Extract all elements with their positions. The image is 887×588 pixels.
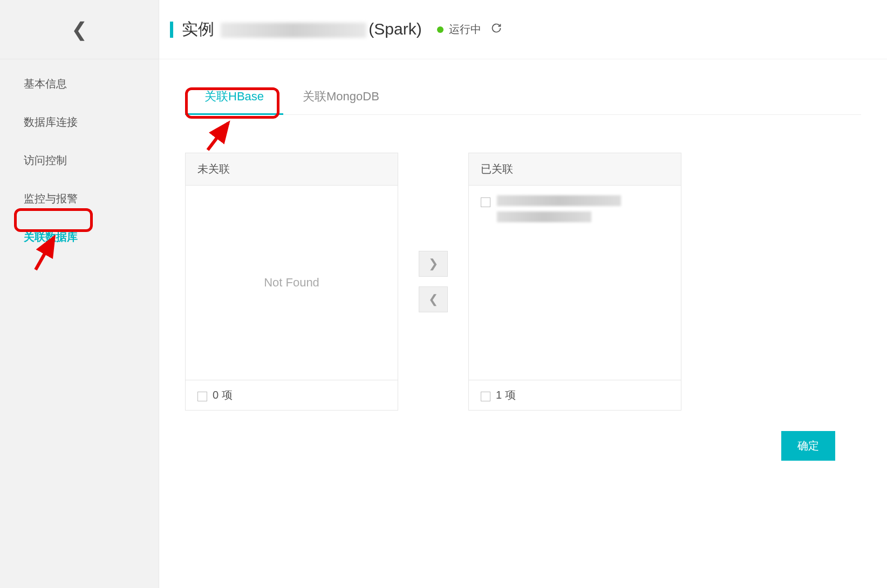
sidebar: ❮ 基本信息 数据库连接 访问控制 监控与报警 关联数据库 <box>0 0 159 588</box>
sidebar-item-monitoring[interactable]: 监控与报警 <box>0 180 159 218</box>
transfer-right-body <box>469 186 681 380</box>
sidebar-item-access-control[interactable]: 访问控制 <box>0 141 159 180</box>
page-title: 实例 (Spark) <box>182 18 422 40</box>
title-suffix: (Spark) <box>369 20 421 38</box>
page-body: 关联HBase 关联MongoDB 未关联 Not Found 0 项 <box>159 59 887 482</box>
redacted-line <box>497 195 621 206</box>
page-header: 实例 (Spark) 运行中 <box>159 0 887 59</box>
tab-hbase[interactable]: 关联HBase <box>185 81 283 114</box>
transfer-right-panel: 已关联 1 项 <box>468 153 681 411</box>
transfer-right-count: 1 项 <box>496 388 516 402</box>
transfer-move-left-button[interactable]: ❮ <box>419 286 448 312</box>
back-chevron-icon[interactable]: ❮ <box>71 18 87 41</box>
header-accent-bar <box>170 22 173 38</box>
transfer-ops: ❯ ❮ <box>398 251 468 312</box>
transfer-right-title: 已关联 <box>469 153 681 186</box>
transfer-empty-text: Not Found <box>264 276 319 290</box>
sidebar-item-db-connection[interactable]: 数据库连接 <box>0 103 159 141</box>
list-item[interactable] <box>481 195 621 228</box>
status-badge: 运行中 <box>437 22 481 37</box>
status-text: 运行中 <box>449 22 481 37</box>
redacted-instance-id <box>221 23 366 38</box>
transfer-right-footer: 1 项 <box>469 380 681 410</box>
transfer-left-count: 0 项 <box>213 388 233 402</box>
checkbox-item[interactable] <box>481 197 490 207</box>
tabs: 关联HBase 关联MongoDB <box>185 81 861 115</box>
transfer-left-footer: 0 项 <box>186 380 398 410</box>
tab-mongodb[interactable]: 关联MongoDB <box>283 81 399 114</box>
status-dot-icon <box>437 26 444 33</box>
redacted-line <box>497 211 591 222</box>
confirm-button[interactable]: 确定 <box>781 431 835 461</box>
title-prefix: 实例 <box>182 20 214 38</box>
transfer-left-body: Not Found <box>186 186 398 380</box>
chevron-left-icon: ❮ <box>428 292 438 306</box>
back-row: ❮ <box>0 0 159 59</box>
confirm-row: 确定 <box>185 431 861 461</box>
checkbox-select-all-right[interactable] <box>481 392 490 401</box>
sidebar-menu: 基本信息 数据库连接 访问控制 监控与报警 关联数据库 <box>0 59 159 256</box>
transfer: 未关联 Not Found 0 项 ❯ ❮ <box>185 153 861 411</box>
transfer-left-panel: 未关联 Not Found 0 项 <box>185 153 398 411</box>
item-text <box>497 195 621 228</box>
checkbox-select-all-left[interactable] <box>197 392 207 401</box>
refresh-icon[interactable] <box>491 23 502 36</box>
sidebar-item-associated-db[interactable]: 关联数据库 <box>0 218 159 256</box>
content: 实例 (Spark) 运行中 关联HBase 关联MongoDB <box>159 0 887 588</box>
transfer-move-right-button[interactable]: ❯ <box>419 251 448 277</box>
transfer-left-title: 未关联 <box>186 153 398 186</box>
sidebar-item-basic-info[interactable]: 基本信息 <box>0 65 159 103</box>
chevron-right-icon: ❯ <box>428 257 438 271</box>
